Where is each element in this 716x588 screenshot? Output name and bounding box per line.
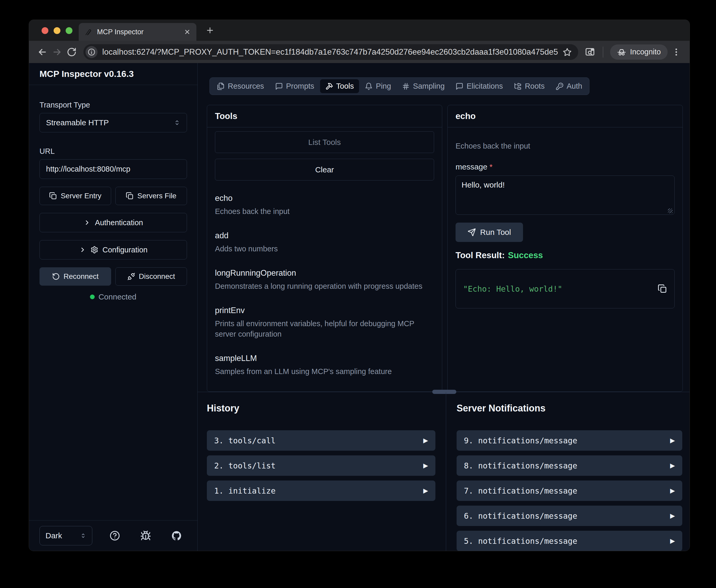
close-window-button[interactable] <box>42 27 48 34</box>
notification-row[interactable]: 5. notifications/message ▶ <box>457 531 682 551</box>
tool-result-value: "Echo: Hello, world!" <box>463 284 562 293</box>
toolbar-divider <box>603 46 603 58</box>
mcp-favicon-icon <box>85 28 93 36</box>
history-row-label: 2. tools/list <box>214 461 276 470</box>
tab-tools[interactable]: Tools <box>320 79 359 93</box>
url-text[interactable]: localhost:6274/?MCP_PROXY_AUTH_TOKEN=ec1… <box>102 47 559 57</box>
maximize-window-button[interactable] <box>66 27 72 34</box>
history-row[interactable]: 3. tools/call ▶ <box>207 430 435 451</box>
unplug-icon <box>127 273 135 280</box>
notification-row[interactable]: 9. notifications/message ▶ <box>457 430 682 451</box>
bug-icon[interactable] <box>140 530 151 542</box>
message-textarea[interactable]: Hello, world! <box>456 175 675 215</box>
tool-list-item[interactable]: sampleLLM Samples from an LLM using MCP'… <box>215 354 434 377</box>
tool-description: Adds two numbers <box>215 244 429 254</box>
history-row[interactable]: 1. initialize ▶ <box>207 481 435 501</box>
status-dot <box>90 295 95 299</box>
tab-sampling[interactable]: Sampling <box>397 79 450 93</box>
browser-window: MCP Inspector <box>29 20 690 551</box>
tool-detail-description: Echoes back the input <box>456 142 675 150</box>
tools-panel: Tools List Tools Clear echo Echoes back … <box>207 105 442 392</box>
notification-row[interactable]: 8. notifications/message ▶ <box>457 455 682 476</box>
tab-prompts[interactable]: Prompts <box>270 79 320 93</box>
tool-name: longRunningOperation <box>215 268 434 278</box>
tools-panel-body: List Tools Clear echo Echoes back the in… <box>207 127 442 392</box>
help-icon[interactable] <box>109 530 121 542</box>
history-row[interactable]: 2. tools/list ▶ <box>207 455 435 476</box>
bell-icon <box>365 82 373 90</box>
authentication-button[interactable]: Authentication <box>40 213 187 232</box>
theme-value: Dark <box>45 531 62 540</box>
send-icon <box>468 228 476 236</box>
app-title: MCP Inspector v0.16.3 <box>40 69 187 79</box>
param-name: message <box>456 163 487 171</box>
browser-menu-icon[interactable] <box>670 46 682 58</box>
notification-row-label: 8. notifications/message <box>464 461 577 470</box>
reconnect-button[interactable]: Reconnect <box>40 267 111 286</box>
server-url-input[interactable]: http://localhost:8080/mcp <box>40 159 187 179</box>
address-bar[interactable]: localhost:6274/?MCP_PROXY_AUTH_TOKEN=ec1… <box>83 44 578 60</box>
tab-auth[interactable]: Auth <box>550 79 588 93</box>
browser-tab[interactable]: MCP Inspector <box>79 23 196 41</box>
list-tools-button[interactable]: List Tools <box>215 131 434 153</box>
server-entry-button[interactable]: Server Entry <box>40 187 111 205</box>
theme-select[interactable]: Dark <box>40 526 92 545</box>
tool-list-item[interactable]: echo Echoes back the input <box>215 193 434 216</box>
tab-close-icon[interactable] <box>184 28 191 35</box>
tab-resources[interactable]: Resources <box>212 79 269 93</box>
reload-icon[interactable] <box>66 46 78 58</box>
transport-type-value: Streamable HTTP <box>46 118 109 127</box>
tool-result-line: Tool Result: Success <box>456 250 675 260</box>
notification-row[interactable]: 7. notifications/message ▶ <box>457 481 682 501</box>
side-panel-search-icon[interactable] <box>584 46 596 58</box>
copy-result-icon[interactable] <box>658 284 667 293</box>
back-icon[interactable] <box>36 46 48 58</box>
tool-detail-header: echo <box>448 105 682 127</box>
servers-file-button[interactable]: Servers File <box>115 187 187 205</box>
tool-result-status: Success <box>508 250 543 260</box>
history-row-label: 3. tools/call <box>214 436 276 445</box>
tool-list-item[interactable]: add Adds two numbers <box>215 231 434 254</box>
history-panel: History 3. tools/call ▶ 2. tools/list ▶ <box>198 392 446 551</box>
site-info-icon[interactable] <box>86 46 97 58</box>
server-url-value: http://localhost:8080/mcp <box>46 165 130 173</box>
files-icon <box>217 82 225 90</box>
tool-result-label: Tool Result: <box>456 250 505 260</box>
tab-ping[interactable]: Ping <box>360 79 396 93</box>
param-label: message* <box>456 163 675 171</box>
bottom-section: History 3. tools/call ▶ 2. tools/list ▶ <box>198 392 690 551</box>
tab-label: Resources <box>228 82 264 90</box>
tab-title: MCP Inspector <box>97 28 180 36</box>
tool-detail-body: Echoes back the input message* Hello, wo… <box>448 127 682 392</box>
clear-tools-button[interactable]: Clear <box>215 159 434 181</box>
tab-roots[interactable]: Roots <box>508 79 550 93</box>
tab-label: Sampling <box>413 82 444 90</box>
tab-elicitations[interactable]: Elicitations <box>450 79 508 93</box>
tool-detail-panel: echo Echoes back the input message* Hell… <box>448 105 683 392</box>
expand-arrow-icon: ▶ <box>670 512 675 520</box>
history-title: History <box>207 402 435 414</box>
tool-list-item[interactable]: printEnv Prints all environment variable… <box>215 306 434 339</box>
disconnect-button[interactable]: Disconnect <box>115 267 187 286</box>
main-content: Resources Prompts Tools Ping <box>198 63 690 551</box>
new-tab-button[interactable] <box>205 25 215 36</box>
notification-row[interactable]: 6. notifications/message ▶ <box>457 506 682 526</box>
expand-arrow-icon: ▶ <box>670 437 675 444</box>
minimize-window-button[interactable] <box>53 27 60 34</box>
feature-tabs: Resources Prompts Tools Ping <box>210 78 589 95</box>
notification-row-label: 6. notifications/message <box>464 511 577 521</box>
run-tool-label: Run Tool <box>480 228 511 237</box>
configuration-button[interactable]: Configuration <box>40 240 187 259</box>
tool-list-item[interactable]: longRunningOperation Demonstrates a long… <box>215 268 434 291</box>
bookmark-star-icon[interactable] <box>563 47 572 57</box>
expand-arrow-icon: ▶ <box>670 462 675 469</box>
github-icon[interactable] <box>171 530 182 542</box>
tab-label: Elicitations <box>467 82 503 90</box>
resize-grip-icon[interactable] <box>668 208 673 213</box>
copy-icon <box>49 192 57 200</box>
incognito-icon <box>617 47 626 57</box>
configuration-label: Configuration <box>103 246 148 254</box>
forward-icon[interactable] <box>51 46 63 58</box>
run-tool-button[interactable]: Run Tool <box>456 223 523 242</box>
transport-type-select[interactable]: Streamable HTTP <box>40 113 187 132</box>
